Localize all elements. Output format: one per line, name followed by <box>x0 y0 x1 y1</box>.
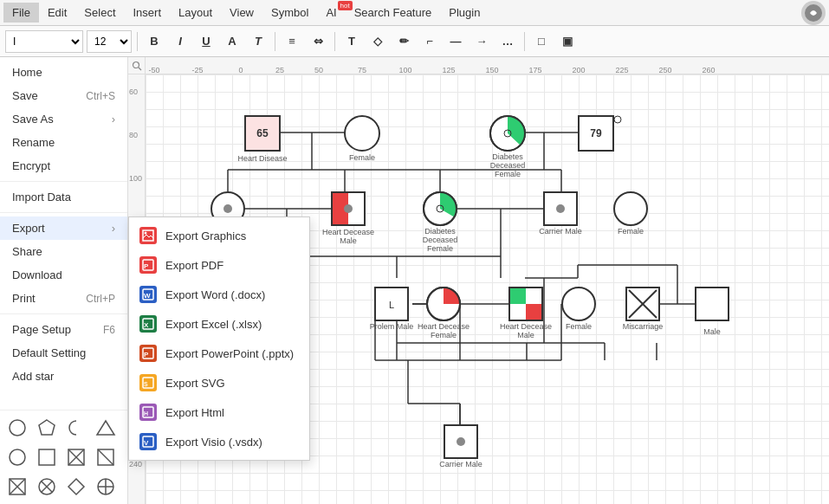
distribute-button[interactable]: ⇔ <box>307 30 329 53</box>
bold-button[interactable]: B <box>143 30 165 53</box>
shape-diamond[interactable] <box>62 473 90 501</box>
dots-button[interactable]: … <box>496 30 519 53</box>
export-html-item[interactable]: H Export Html <box>129 397 309 427</box>
svg-point-100 <box>614 192 647 225</box>
ruler-mark: 260 <box>702 66 715 74</box>
menu-search-feature[interactable]: Search Feature <box>346 3 441 23</box>
text-button[interactable]: T <box>247 30 269 53</box>
svg-rect-113 <box>509 288 542 320</box>
toolbar-divider-1 <box>137 32 138 51</box>
menu-insert[interactable]: Insert <box>125 3 171 23</box>
menu-view[interactable]: View <box>221 3 262 23</box>
menu-item-home[interactable]: Home <box>0 61 127 84</box>
frame-button[interactable]: □ <box>530 30 553 53</box>
export-visio-item[interactable]: V Export Visio (.vsdx) <box>129 427 309 456</box>
export-excel-item[interactable]: X Export Excel (.xlsx) <box>129 309 309 339</box>
menu-symbol[interactable]: Symbol <box>262 3 317 23</box>
shape-button[interactable]: ◇ <box>366 30 389 53</box>
menu-item-default-setting[interactable]: Default Setting <box>0 341 127 365</box>
svg-text:V: V <box>144 439 149 447</box>
svg-point-98 <box>556 204 565 213</box>
svg-point-106 <box>427 288 460 320</box>
menu-edit[interactable]: Edit <box>39 3 75 23</box>
menu-file[interactable]: File <box>3 3 39 23</box>
svg-point-130 <box>457 437 465 446</box>
menu-item-save[interactable]: Save Ctrl+S <box>0 84 127 107</box>
menu-item-encrypt[interactable]: Encrypt <box>0 154 127 178</box>
text-t-button[interactable]: T <box>340 30 363 53</box>
shape-x-square[interactable] <box>3 473 31 501</box>
svg-text:X: X <box>144 321 149 329</box>
menu-item-add-star[interactable]: Add star <box>0 365 127 388</box>
svg-text:Heart Decease: Heart Decease <box>322 228 374 236</box>
menu-ai[interactable]: AI hot <box>317 3 345 23</box>
shape-crescent[interactable] <box>62 414 90 442</box>
menu-item-print[interactable]: Print Ctrl+P <box>0 287 127 310</box>
ruler-mark: 100 <box>398 66 411 74</box>
svg-text:Heart Decease: Heart Decease <box>500 322 552 331</box>
export-graphics-item[interactable]: Export Graphics <box>129 221 309 250</box>
shape-square[interactable] <box>33 443 61 471</box>
shape-striped[interactable] <box>92 473 120 501</box>
svg-rect-103 <box>375 288 408 320</box>
arrow-button[interactable]: → <box>470 30 493 53</box>
grid-button[interactable]: ▣ <box>556 30 579 53</box>
font-size-select[interactable]: 12 <box>87 30 132 53</box>
menu-item-page-setup[interactable]: Page Setup F6 <box>0 318 127 341</box>
svg-rect-110 <box>509 288 542 320</box>
svg-point-91 <box>424 192 457 225</box>
shape-pentagon[interactable] <box>33 414 61 442</box>
svg-text:Heart Decease: Heart Decease <box>418 322 470 331</box>
connector-button[interactable]: ⌐ <box>418 30 441 53</box>
export-svg-item[interactable]: S Export SVG <box>129 368 309 397</box>
shape-x-circle[interactable] <box>33 473 61 501</box>
ruler-mark: -50 <box>148 66 159 74</box>
export-word-icon: W <box>139 286 157 303</box>
shape-unknown[interactable] <box>92 443 120 471</box>
svg-line-38 <box>139 68 141 70</box>
svg-rect-118 <box>626 288 659 320</box>
svg-text:Deceased: Deceased <box>423 236 458 244</box>
menu-item-download[interactable]: Download <box>0 263 127 287</box>
file-menu: Home Save Ctrl+S Save As › Rename Encryp… <box>0 57 128 391</box>
menu-select[interactable]: Select <box>75 3 124 23</box>
ruler-mark: 125 <box>442 66 455 74</box>
menu-item-export[interactable]: Export › <box>0 216 127 240</box>
svg-text:H: H <box>144 410 148 417</box>
menu-item-share[interactable]: Share <box>0 240 127 263</box>
ruler-mark: -25 <box>191 66 203 74</box>
pen-button[interactable]: ✏ <box>392 30 415 53</box>
svg-point-4 <box>10 449 25 465</box>
export-word-item[interactable]: W Export Word (.docx) <box>129 280 309 309</box>
svg-point-74 <box>490 116 525 151</box>
svg-point-73 <box>490 116 525 151</box>
shapes-grid <box>3 414 124 501</box>
menu-layout[interactable]: Layout <box>170 3 221 23</box>
shape-triangle[interactable] <box>92 414 120 442</box>
menu-plugin[interactable]: Plugin <box>440 3 489 23</box>
shape-circle[interactable] <box>3 414 31 442</box>
shape-cross[interactable] <box>62 443 90 471</box>
underline-button[interactable]: U <box>195 30 217 53</box>
menu-item-save-as[interactable]: Save As › <box>0 107 127 131</box>
font-family-select[interactable]: I <box>5 30 83 53</box>
svg-text:Diabetes: Diabetes <box>424 227 456 236</box>
line-button[interactable]: — <box>444 30 467 53</box>
svg-text:Male: Male <box>340 236 357 245</box>
menu-item-import-data[interactable]: Import Data <box>0 185 127 209</box>
ruler-h-inner: -50 -25 0 25 50 75 100 125 150 175 200 2… <box>146 57 829 74</box>
toolbar: I 12 B I U A T ≡ ⇔ T ◇ ✏ ⌐ — → … □ ▣ <box>0 26 829 57</box>
svg-text:S: S <box>144 381 148 387</box>
export-pdf-item[interactable]: P Export PDF <box>129 250 309 280</box>
ruler-mark: 250 <box>658 66 671 74</box>
align-button[interactable]: ≡ <box>281 30 303 53</box>
export-svg-icon: S <box>139 374 157 391</box>
main-area: Home Save Ctrl+S Save As › Rename Encryp… <box>0 57 829 504</box>
export-visio-icon: V <box>139 433 157 450</box>
menu-item-rename[interactable]: Rename <box>0 131 127 154</box>
font-color-button[interactable]: A <box>221 30 243 53</box>
export-pptx-item[interactable]: P Export PowerPoint (.pptx) <box>129 339 309 368</box>
shape-circle2[interactable] <box>3 443 31 471</box>
italic-button[interactable]: I <box>169 30 191 53</box>
ruler-mark: 25 <box>275 66 284 74</box>
